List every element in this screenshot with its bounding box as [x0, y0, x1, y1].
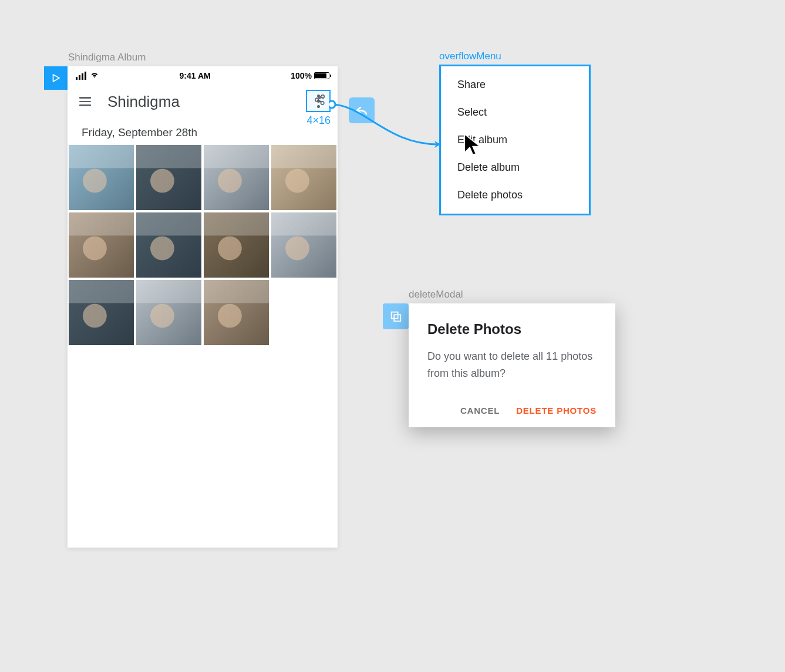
photo-thumbnail[interactable]	[204, 212, 269, 278]
overflow-menu-item[interactable]: Delete album	[441, 154, 589, 181]
status-bar: 9:41 AM 100%	[68, 66, 338, 85]
modal-title: Delete Photos	[427, 321, 597, 337]
overflow-menu-item[interactable]: Edit album	[441, 126, 589, 154]
overflow-menu-item[interactable]: Delete photos	[441, 181, 589, 209]
copy-icon	[389, 310, 402, 323]
delete-photos-button[interactable]: DELETE PHOTOS	[516, 406, 597, 416]
photo-thumbnail[interactable]	[69, 212, 134, 278]
phone-frame: 9:41 AM 100% Shindigma 4×16 Friday, Sept…	[68, 66, 338, 548]
status-time: 9:41 AM	[180, 71, 211, 80]
battery-icon	[314, 72, 329, 79]
delete-modal: Delete Photos Do you want to delete all …	[409, 303, 615, 427]
photo-thumbnail[interactable]	[271, 212, 336, 278]
wifi-icon	[90, 70, 99, 82]
modal-body: Do you want to delete all 11 photos from…	[427, 348, 597, 382]
battery-percent: 100%	[291, 71, 312, 80]
overflow-menu-panel: ShareSelectEdit albumDelete albumDelete …	[439, 65, 591, 215]
signal-bars-icon	[76, 72, 86, 80]
app-title: Shindigma	[107, 93, 299, 111]
overflow-button-selection[interactable]: 4×16	[306, 90, 331, 112]
frame-label-delete: deleteModal	[409, 289, 463, 300]
photo-thumbnail[interactable]	[204, 280, 269, 345]
photo-thumbnail[interactable]	[136, 145, 201, 210]
svg-rect-1	[392, 312, 398, 319]
component-instance-badge[interactable]	[383, 303, 409, 329]
app-bar: Shindigma	[68, 85, 338, 118]
reply-arrow-icon	[355, 103, 369, 117]
frame-label-overflow: overflowMenu	[439, 50, 501, 62]
prototype-connector	[329, 99, 446, 157]
date-header: Friday, September 28th	[68, 118, 338, 145]
hamburger-icon[interactable]	[79, 97, 91, 106]
selection-outline	[306, 90, 331, 112]
play-icon	[50, 73, 61, 83]
prototype-back-action[interactable]	[349, 97, 375, 123]
overflow-menu-item[interactable]: Select	[441, 99, 589, 126]
photo-thumbnail[interactable]	[271, 145, 336, 210]
overflow-menu-item[interactable]: Share	[441, 71, 589, 99]
cancel-button[interactable]: CANCEL	[460, 406, 500, 416]
photo-thumbnail[interactable]	[204, 145, 269, 210]
photo-thumbnail[interactable]	[136, 280, 201, 345]
prototype-play-button[interactable]	[44, 66, 68, 90]
photo-thumbnail[interactable]	[69, 145, 134, 210]
photo-grid	[68, 145, 338, 345]
photo-thumbnail[interactable]	[69, 280, 134, 345]
selection-size-badge: 4×16	[306, 114, 331, 127]
frame-label-album: Shindigma Album	[68, 52, 146, 63]
photo-thumbnail[interactable]	[136, 212, 201, 278]
